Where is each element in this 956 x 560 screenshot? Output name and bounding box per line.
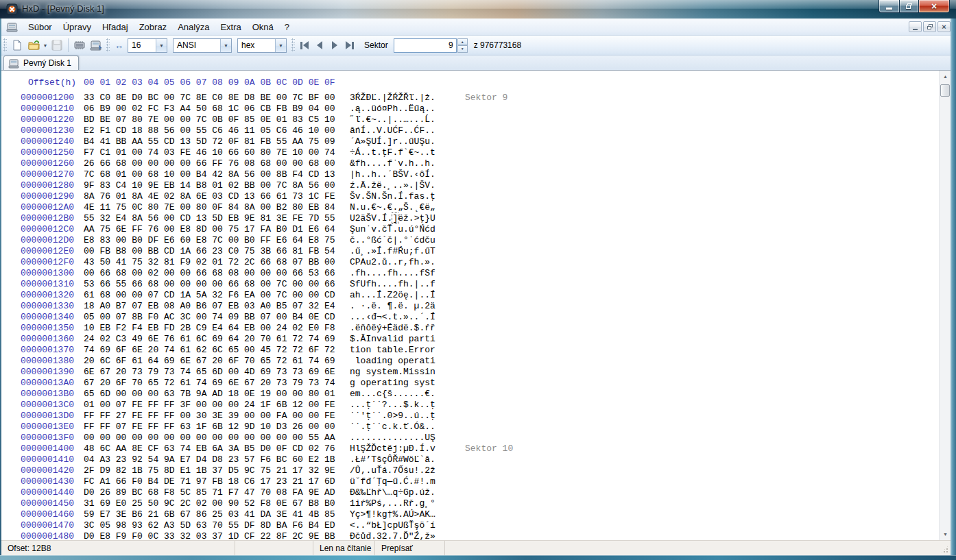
tab-pevny-disk-1[interactable]: Pevný Disk 1 [3, 56, 79, 70]
row-bytes[interactable]: 04 A3 23 92 54 9A E7 D4 D8 23 57 F6 BC 6… [84, 454, 350, 465]
spinner-down-button[interactable]: ▼ [457, 45, 468, 53]
row-bytes[interactable]: 26 66 68 00 00 00 00 66 FF 76 08 68 00 0… [84, 158, 350, 169]
row-ascii[interactable]: ´A»ŞUÍ.]r..űUŞu. [350, 136, 454, 147]
row-bytes[interactable]: 3C 05 98 93 62 A3 5D 63 70 55 DF 8D BA F… [84, 520, 350, 531]
row-bytes[interactable]: FC A1 66 F0 B4 DE 71 97 FB 18 C6 17 23 2… [84, 476, 350, 487]
row-bytes[interactable]: 59 E7 3E B6 21 6B 67 86 25 03 41 DA 3E 4… [84, 509, 350, 520]
row-bytes[interactable]: 48 6C AA 8E CF 63 74 EB 6A 3A B5 D0 0F C… [84, 443, 350, 454]
new-file-button[interactable] [9, 37, 25, 53]
row-ascii[interactable]: ˝ľ.€~..|..…...Ĺ. [350, 114, 454, 125]
toolbar-grip[interactable] [291, 38, 295, 52]
restore-button[interactable] [899, 0, 918, 13]
row-bytes[interactable]: 10 EB F2 F4 EB FD 2B C9 E4 64 EB 00 24 0… [84, 323, 350, 334]
row-ascii[interactable]: |h..h..´BŠV.‹ôÍ. [350, 169, 454, 180]
row-bytes[interactable]: 43 50 41 75 32 81 F9 02 01 72 2C 66 68 0… [84, 257, 350, 268]
row-bytes[interactable]: 2F D9 82 1B 75 8D E1 1B 37 D5 9C 75 21 1… [84, 465, 350, 476]
mdi-restore-button[interactable] [923, 21, 936, 32]
save-button[interactable] [49, 37, 65, 53]
row-ascii[interactable]: loading operati [350, 356, 454, 367]
row-ascii[interactable]: g operating syst [350, 378, 454, 389]
status-readonly-indicator[interactable]: Len na čítanie [313, 541, 375, 555]
open-disk-button[interactable] [88, 37, 104, 53]
row-bytes[interactable]: 33 C0 8E D0 BC 00 7C 8E C0 8E D8 BE 00 7… [84, 93, 350, 104]
row-ascii[interactable]: ah...Í.Z2öę.|..Í [350, 290, 454, 301]
sector-input[interactable]: 9 [394, 38, 457, 53]
row-bytes[interactable]: E8 83 00 B0 DF E6 60 E8 7C 00 B0 FF E6 6… [84, 235, 350, 246]
row-bytes[interactable]: 8A 76 01 8A 4E 02 8A 6E 03 CD 13 66 61 7… [84, 191, 350, 202]
row-bytes[interactable]: 18 A0 B7 07 EB 08 A0 B6 07 EB 03 A0 B5 0… [84, 301, 350, 312]
charset-select[interactable]: ANSI ▼ [173, 38, 232, 53]
row-ascii[interactable]: ÷Á..t.ţF.f`€~..t [350, 147, 454, 158]
row-ascii[interactable]: tion table.Error [350, 345, 454, 356]
row-ascii[interactable]: /Ů‚.uŤá.7Őśu!.2ž [350, 465, 454, 476]
row-ascii[interactable]: <..“bŁ]cpUßŤşö´í [350, 520, 454, 531]
close-button[interactable]: × [918, 0, 950, 13]
row-bytes[interactable]: B4 41 BB AA 55 CD 13 5D 72 0F 81 FB 55 A… [84, 136, 350, 147]
row-ascii[interactable]: ...ţ˙˙?...$.k..ţ [350, 400, 454, 411]
row-ascii[interactable]: SfUfh....fh.|..f [350, 279, 454, 290]
row-bytes[interactable]: FF FF 27 FE FF FF 00 30 3E 39 00 00 FA 0… [84, 411, 350, 422]
row-ascii[interactable]: Đ&‰Ľhř\…q÷Gp.úž. [350, 487, 454, 498]
row-ascii[interactable]: 1iŕ%Pś,...Rř.g¸° [350, 498, 454, 509]
row-bytes[interactable]: 7C 68 01 00 68 10 00 B4 42 8A 56 00 8B F… [84, 169, 350, 180]
row-bytes[interactable]: 9F 83 C4 10 9E EB 14 B8 01 02 BB 00 7C 8… [84, 180, 350, 191]
row-bytes[interactable]: 4E 11 75 0C 80 7E 00 80 0F 84 8A 00 B2 8… [84, 202, 350, 213]
row-ascii[interactable]: $.ĂInvalid parti [350, 334, 454, 345]
row-ascii[interactable]: ˙˙'ţ˙˙.0>9..ú..ţ [350, 411, 454, 422]
row-ascii[interactable]: CPAu2.ů..r,fh.». [350, 257, 454, 268]
open-dropdown-arrow[interactable]: ▼ [42, 37, 49, 53]
row-ascii[interactable]: .ą..üó¤Ph..Ëűą.. [350, 104, 454, 114]
row-ascii[interactable]: &fh....f˙v.h..h. [350, 158, 454, 169]
row-bytes[interactable]: 6E 67 20 73 79 73 74 65 6D 00 4D 69 73 7… [84, 367, 350, 378]
row-ascii[interactable]: .Ł#’TšçÔŘ#WöĽ`â. [350, 454, 454, 465]
row-ascii[interactable]: . ·.ë. ¶.ë. µ.2ä [350, 301, 454, 312]
menu-okna[interactable]: Okná [247, 20, 279, 34]
row-ascii[interactable]: N.u.€~.€.„Š.˛€ë„ [350, 202, 454, 213]
row-ascii[interactable]: Yç>¶!kg†%.AÚ>AK… [350, 509, 454, 520]
row-bytes[interactable]: E2 F1 CD 18 88 56 00 55 C6 46 11 05 C6 4… [84, 125, 350, 136]
row-bytes[interactable]: 24 02 C3 49 6E 76 61 6C 69 64 20 70 61 7… [84, 334, 350, 345]
row-ascii[interactable]: Šv.ŠN.Šn.Í.fas.ţ [350, 191, 454, 202]
bytes-per-row-select[interactable]: 16 ▼ [128, 38, 167, 53]
scroll-thumb[interactable] [940, 84, 950, 97]
menu-hladaj[interactable]: Hľadaj [97, 20, 134, 34]
row-bytes[interactable]: 00 FB B8 00 BB CD 1A 66 23 C0 75 3B 66 8… [84, 246, 350, 257]
row-bytes[interactable]: 67 20 6F 70 65 72 61 74 69 6E 67 20 73 7… [84, 378, 350, 389]
row-ascii[interactable]: ng system.Missin [350, 367, 454, 378]
menu-upravy[interactable]: Úpravy [58, 20, 97, 34]
row-bytes[interactable]: D0 E8 F9 F0 0C 33 32 03 37 1D CF 22 8F 2… [84, 531, 350, 540]
row-ascii[interactable]: ...‹đ¬<.t.»..´.Í [350, 312, 454, 323]
row-bytes[interactable]: 05 00 07 8B F0 AC 3C 00 74 09 BB 07 00 B… [84, 312, 350, 323]
scroll-up-button[interactable]: ▲ [940, 71, 951, 82]
menu-help[interactable]: ? [279, 20, 295, 34]
row-bytes[interactable]: 06 B9 00 02 FC F3 A4 50 68 1C 06 CB FB B… [84, 104, 350, 114]
vertical-scrollbar[interactable]: ▲ ▼ [939, 71, 951, 540]
row-ascii[interactable]: üˇfđ´Ţq—ű.Ć.#!.m [350, 476, 454, 487]
row-ascii[interactable]: .ű¸.»Í.f#Ŕu;f.űT [350, 246, 454, 257]
toolbar-grip[interactable] [106, 38, 110, 52]
first-sector-button[interactable] [297, 38, 312, 53]
row-ascii[interactable]: HlŞŽĎctëj:µĐ.Í.v [350, 443, 454, 454]
row-bytes[interactable]: BD BE 07 80 7E 00 00 7C 0B 0F 85 0E 01 8… [84, 114, 350, 125]
row-bytes[interactable]: FF FF 07 FE FF FF 63 1F 6B 12 9D 10 D3 2… [84, 422, 350, 433]
row-bytes[interactable]: 55 32 E4 8A 56 00 CD 13 5D EB 9E 81 3E F… [84, 213, 350, 224]
chevron-down-icon[interactable]: ▼ [220, 39, 231, 52]
next-sector-button[interactable] [327, 38, 342, 53]
scroll-down-button[interactable]: ▼ [940, 528, 951, 540]
mdi-close-button[interactable]: × [937, 21, 951, 32]
row-ascii[interactable]: âńÍ..V.UĆF..ĆF.. [350, 125, 454, 136]
row-bytes[interactable]: D0 26 89 BC 68 F8 5C 85 71 F7 47 70 08 F… [84, 487, 350, 498]
row-ascii[interactable]: ..............UŞ [350, 433, 454, 443]
open-ram-button[interactable] [71, 37, 88, 53]
row-ascii[interactable]: Đčůđ.32.7.Ď"Ź,ž» [350, 531, 454, 540]
row-bytes[interactable]: 00 66 68 00 02 00 00 66 68 08 00 00 00 6… [84, 268, 350, 279]
menu-subor[interactable]: Súbor [23, 20, 58, 34]
prev-sector-button[interactable] [312, 38, 327, 53]
open-file-button[interactable] [25, 37, 42, 53]
menu-zobraz[interactable]: Zobraz [134, 20, 172, 34]
row-bytes[interactable]: AA 75 6E FF 76 00 E8 8D 00 75 17 FA B0 D… [84, 224, 350, 235]
row-bytes[interactable]: 31 69 E0 25 50 9C 2C 02 00 90 52 F8 0E 6… [84, 498, 350, 509]
resize-grip[interactable] [940, 545, 949, 554]
chevron-down-icon[interactable]: ▼ [156, 39, 167, 52]
row-bytes[interactable]: 01 00 07 FE FF FF 3F 00 00 00 24 1F 6B 1… [84, 400, 350, 411]
